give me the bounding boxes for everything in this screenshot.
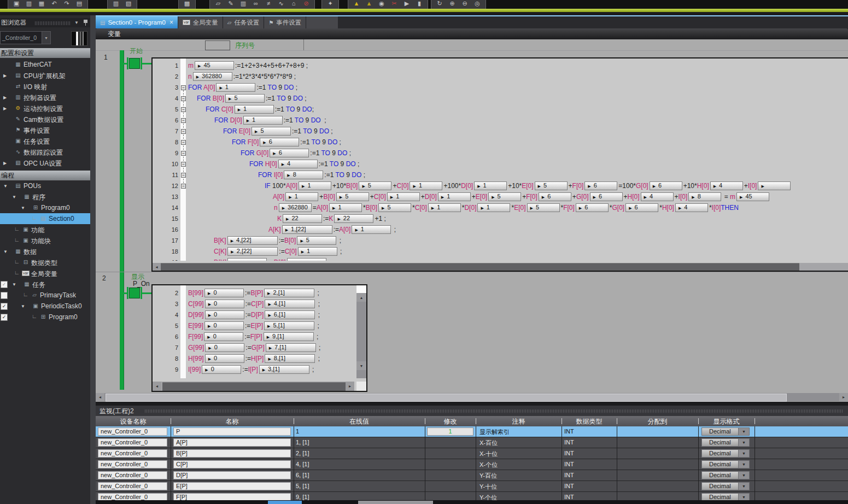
inline-watch-value[interactable]: ▶2,[22] bbox=[227, 247, 278, 256]
inline-watch-value[interactable]: ▶1 bbox=[387, 192, 420, 201]
variables-bar[interactable]: 变量 bbox=[96, 28, 848, 39]
fold-collapse-icon[interactable]: − bbox=[181, 96, 186, 101]
sync-icon[interactable]: ↻ bbox=[434, 0, 445, 8]
display-format-select[interactable]: Decimal▼ bbox=[701, 427, 750, 436]
scroll-up-icon[interactable]: ▴ bbox=[356, 293, 366, 302]
pin-icon[interactable] bbox=[84, 20, 87, 23]
sidebar-splitter[interactable] bbox=[90, 15, 96, 504]
inline-watch-value[interactable]: ▶5 bbox=[297, 236, 336, 245]
contact-square[interactable] bbox=[129, 288, 140, 298]
contact-square[interactable] bbox=[129, 58, 140, 69]
tab-global-variables[interactable]: var全局变量 bbox=[178, 16, 223, 28]
variable-name-cell[interactable]: D[P] bbox=[173, 471, 291, 479]
modify-value-cell[interactable]: 1 bbox=[427, 427, 473, 436]
sidebar-item-Cam数据设置[interactable]: ✎Cam数据设置 bbox=[0, 114, 90, 125]
redo-icon[interactable]: ↷ bbox=[61, 0, 72, 8]
inline-watch-value[interactable]: ▶1,[22] bbox=[282, 225, 332, 234]
watch-table-row[interactable]: new_Controller_0P11显示解索引INTDecimal▼ bbox=[96, 426, 848, 437]
scroll-left-icon[interactable]: ◂ bbox=[153, 263, 161, 271]
inline-watch-value[interactable]: ▶ bbox=[758, 181, 791, 190]
chevron-down-icon[interactable]: ▼ bbox=[738, 428, 749, 435]
inline-watch-value[interactable]: ▶1 bbox=[352, 225, 391, 234]
display-format-select[interactable]: Decimal▼ bbox=[701, 493, 750, 500]
device-name-cell[interactable]: new_Controller_0 bbox=[98, 438, 167, 447]
inline-watch-value[interactable]: ▶1 bbox=[216, 83, 255, 92]
rung2-hscrollbar[interactable]: ◂ ▸ bbox=[153, 382, 354, 391]
inline-watch-value[interactable]: ▶0 bbox=[205, 343, 244, 352]
sidebar-item-任务[interactable]: ✓▼▦任务 bbox=[0, 279, 90, 290]
link-icon[interactable]: ∞ bbox=[250, 0, 261, 8]
inline-watch-value[interactable]: ▶8 bbox=[688, 192, 721, 201]
scroll-right-icon[interactable]: ▸ bbox=[839, 393, 848, 401]
sidebar-item-I/O 映射[interactable]: ⇄I/O 映射 bbox=[0, 81, 90, 92]
display-format-select[interactable]: Decimal▼ bbox=[701, 460, 750, 468]
chevron-down-icon[interactable]: ▼ bbox=[738, 461, 749, 468]
inline-watch-value[interactable]: ▶362880 bbox=[279, 203, 312, 212]
inline-watch-value[interactable]: ▶5,[1] bbox=[264, 321, 314, 330]
inline-watch-value[interactable]: ▶5 bbox=[535, 181, 568, 190]
rung1-hscrollbar[interactable]: ◂ bbox=[153, 263, 848, 271]
rung2-vscrollbar[interactable]: ▴ ▾ bbox=[356, 285, 366, 378]
watch-table-row[interactable]: new_Controller_0A[P]1, [1]X-百位INTDecimal… bbox=[96, 437, 848, 448]
sidebar-item-EtherCAT[interactable]: ▦EtherCAT bbox=[0, 59, 90, 70]
inline-watch-value[interactable]: ▶6 bbox=[584, 181, 617, 190]
sidebar-item-事件设置[interactable]: ⚑事件设置 bbox=[0, 125, 90, 136]
chevron-down-icon[interactable]: ▼ bbox=[738, 483, 749, 490]
device-name-cell[interactable]: new_Controller_0 bbox=[98, 471, 167, 479]
inline-watch-value[interactable]: ▶5 bbox=[359, 181, 391, 190]
undo-icon[interactable]: ↶ bbox=[49, 0, 60, 8]
device-name-cell[interactable]: new_Controller_0 bbox=[98, 482, 167, 490]
fold-collapse-icon[interactable]: − bbox=[181, 85, 186, 90]
inline-watch-value[interactable]: ▶6 bbox=[650, 181, 682, 190]
variable-name-cell[interactable]: B[P] bbox=[173, 449, 291, 458]
sidebar-item-POUs[interactable]: ▼▤POUs bbox=[0, 180, 90, 191]
abort-icon[interactable]: ⊘ bbox=[301, 0, 312, 8]
chevron-down-icon[interactable]: ▼ bbox=[738, 472, 749, 479]
display-format-select[interactable]: Decimal▼ bbox=[701, 438, 750, 447]
chevron-down-icon[interactable]: ▼ bbox=[21, 304, 25, 309]
scrollbar-thumb[interactable] bbox=[162, 382, 346, 391]
wave-icon[interactable]: ∿ bbox=[276, 0, 286, 8]
save-all-icon[interactable]: ▥ bbox=[24, 0, 34, 8]
sidebar-item-数据[interactable]: ▼▦数据 bbox=[0, 246, 90, 257]
device-name-cell[interactable]: new_Controller_0 bbox=[98, 493, 167, 500]
inline-watch-value[interactable]: ▶4 bbox=[675, 203, 708, 212]
run-icon[interactable]: ▶ bbox=[401, 0, 412, 8]
compare-icon[interactable]: ▥ bbox=[238, 0, 249, 8]
inline-watch-value[interactable]: ▶1 bbox=[428, 203, 461, 212]
select-tool-icon[interactable]: ✦ bbox=[325, 0, 336, 8]
device-name-cell[interactable]: new_Controller_0 bbox=[98, 449, 167, 458]
inline-watch-value[interactable]: ▶2,[1] bbox=[264, 289, 314, 297]
inline-watch-value[interactable]: ▶6 bbox=[625, 203, 658, 212]
inline-watch-value[interactable]: ▶0 bbox=[204, 289, 244, 297]
inline-watch-value[interactable]: ▶22 bbox=[334, 214, 373, 223]
scrollbar-thumb[interactable] bbox=[106, 394, 787, 402]
sidebar-item-Program0[interactable]: ✓∟⊞Program0 bbox=[0, 312, 90, 323]
inline-watch-value[interactable]: ▶45 bbox=[195, 61, 234, 70]
chevron-down-icon[interactable]: ▼ bbox=[738, 439, 749, 446]
edit-icon[interactable]: ✎ bbox=[225, 0, 236, 8]
inline-watch-value[interactable]: ▶0 bbox=[205, 354, 244, 363]
scroll-left-icon[interactable]: ◂ bbox=[96, 393, 104, 401]
inline-watch-value[interactable]: ▶6,[1] bbox=[265, 310, 315, 319]
inline-watch-value[interactable]: ▶1 bbox=[299, 181, 331, 190]
inline-watch-value[interactable]: ▶0 bbox=[204, 332, 243, 341]
fold-collapse-icon[interactable]: − bbox=[181, 129, 186, 134]
watch-table-row[interactable]: new_Controller_0D[P]6, [1]Y-百位INTDecimal… bbox=[96, 470, 848, 481]
inline-watch-value[interactable]: ▶1 bbox=[298, 247, 337, 256]
inline-watch-value[interactable]: ▶9,[1] bbox=[264, 332, 314, 341]
editor-hscrollbar[interactable]: ◂ ▸ bbox=[96, 393, 848, 401]
paste-icon[interactable]: ▧ bbox=[123, 0, 134, 8]
sidebar-item-PrimaryTask[interactable]: ∟▱PrimaryTask bbox=[0, 290, 90, 301]
chevron-down-icon[interactable]: ▼ bbox=[12, 195, 16, 200]
device-name-cell[interactable]: new_Controller_0 bbox=[98, 460, 167, 468]
variable-name-cell[interactable]: F[P] bbox=[173, 493, 291, 500]
chevron-down-icon[interactable]: ▼ bbox=[3, 184, 8, 189]
sidebar-item-任务设置[interactable]: ▣任务设置 bbox=[0, 136, 90, 146]
sidebar-item-程序[interactable]: ▼▦程序 bbox=[0, 191, 90, 202]
inline-watch-value[interactable]: ▶1 bbox=[477, 203, 510, 212]
variable-name-cell[interactable]: C[P] bbox=[173, 460, 291, 468]
scroll-down-icon[interactable]: ▾ bbox=[356, 361, 366, 370]
sidebar-item-全局变量[interactable]: ∟var全局变量 bbox=[0, 268, 90, 279]
cut-icon[interactable]: ✂ bbox=[389, 0, 400, 8]
